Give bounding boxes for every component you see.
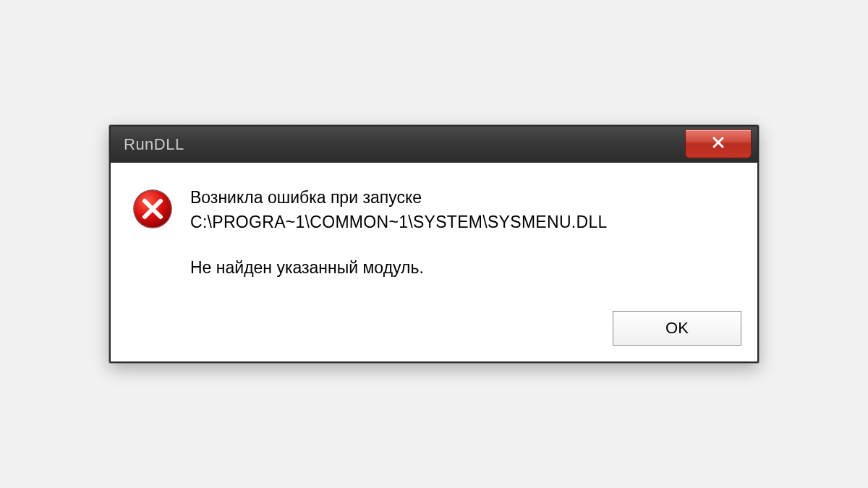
dialog-title: RunDLL	[124, 135, 184, 154]
error-icon	[132, 219, 173, 231]
dialog-content: Возникла ошибка при запуске C:\PROGRA~1\…	[111, 163, 757, 297]
message-line-1: Возникла ошибка при запуске	[190, 186, 736, 210]
message-block: Возникла ошибка при запуске C:\PROGRA~1\…	[190, 186, 736, 280]
titlebar: RunDLL	[111, 127, 757, 163]
error-dialog: RunDLL	[109, 125, 759, 362]
message-line-3: Не найден указанный модуль.	[190, 256, 736, 280]
error-icon-wrap	[132, 186, 173, 280]
close-icon	[711, 135, 726, 153]
message-path: C:\PROGRA~1\COMMON~1\SYSTEM\SYSMENU.DLL	[190, 210, 736, 234]
button-row: OK	[111, 298, 757, 361]
ok-button[interactable]: OK	[613, 311, 741, 346]
close-button[interactable]	[685, 129, 752, 158]
